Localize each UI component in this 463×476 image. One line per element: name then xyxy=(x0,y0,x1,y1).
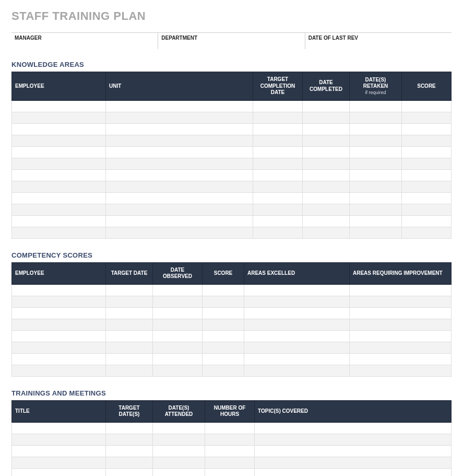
knowledge-th-unit: UNIT xyxy=(106,72,253,101)
competency-table: EMPLOYEE TARGET DATE DATE OBSERVED SCORE… xyxy=(11,262,452,377)
table-cell xyxy=(203,307,244,319)
table-cell xyxy=(12,445,106,457)
competency-th-excelled: AREAS EXCELLED xyxy=(244,262,350,284)
table-cell xyxy=(303,100,350,112)
table-cell xyxy=(303,123,350,135)
table-cell xyxy=(106,284,153,296)
table-row xyxy=(12,422,452,434)
knowledge-th-target: TARGET COMPLETION DATE xyxy=(253,72,303,101)
table-cell xyxy=(203,330,244,342)
table-cell xyxy=(12,319,106,330)
table-cell xyxy=(303,112,350,123)
table-cell xyxy=(12,100,106,112)
table-cell xyxy=(153,342,203,353)
table-cell xyxy=(153,445,205,457)
table-cell xyxy=(12,158,106,169)
table-cell xyxy=(350,192,402,204)
table-cell xyxy=(303,192,350,204)
table-cell xyxy=(153,457,205,468)
table-cell xyxy=(106,330,153,342)
table-cell xyxy=(205,457,255,468)
table-cell xyxy=(203,284,244,296)
table-cell xyxy=(253,181,303,192)
table-row xyxy=(12,192,452,204)
table-cell xyxy=(12,307,106,319)
trainings-th-targetdates: TARGET DATE(S) xyxy=(106,400,153,422)
table-cell xyxy=(350,123,402,135)
table-row xyxy=(12,100,452,112)
table-row xyxy=(12,296,452,307)
table-cell xyxy=(12,353,106,365)
table-row xyxy=(12,434,452,445)
table-cell xyxy=(402,227,452,238)
meta-manager-label: MANAGER xyxy=(15,35,155,41)
table-cell xyxy=(106,215,253,227)
table-cell xyxy=(106,468,153,476)
table-cell xyxy=(402,112,452,123)
table-cell xyxy=(12,422,106,434)
table-cell xyxy=(205,445,255,457)
table-cell xyxy=(402,123,452,135)
table-cell xyxy=(205,468,255,476)
meta-department-label: DEPARTMENT xyxy=(161,35,301,41)
table-cell xyxy=(203,353,244,365)
table-cell xyxy=(255,434,452,445)
table-cell xyxy=(106,100,253,112)
table-cell xyxy=(303,181,350,192)
table-cell xyxy=(253,169,303,181)
knowledge-th-employee: EMPLOYEE xyxy=(12,72,106,101)
table-row xyxy=(12,307,452,319)
table-cell xyxy=(244,307,350,319)
section-title-knowledge: KNOWLEDGE AREAS xyxy=(11,61,452,68)
table-cell xyxy=(12,181,106,192)
table-cell xyxy=(253,112,303,123)
table-cell xyxy=(253,135,303,146)
table-cell xyxy=(244,330,350,342)
table-cell xyxy=(402,215,452,227)
table-cell xyxy=(205,422,255,434)
knowledge-th-score: SCORE xyxy=(402,72,452,101)
table-cell xyxy=(350,100,402,112)
table-cell xyxy=(350,296,452,307)
table-cell xyxy=(350,284,452,296)
table-cell xyxy=(106,434,153,445)
competency-th-target: TARGET DATE xyxy=(106,262,153,284)
table-cell xyxy=(402,146,452,158)
trainings-th-hours: NUMBER OF HOURS xyxy=(205,400,255,422)
table-cell xyxy=(350,330,452,342)
table-cell xyxy=(153,307,203,319)
table-row xyxy=(12,215,452,227)
table-cell xyxy=(350,342,452,353)
table-cell xyxy=(203,342,244,353)
meta-last-rev: DATE OF LAST REV xyxy=(305,32,452,49)
table-cell xyxy=(402,181,452,192)
meta-manager: MANAGER xyxy=(11,32,158,49)
table-cell xyxy=(255,422,452,434)
trainings-table: TITLE TARGET DATE(S) DATE(S) ATTENDED NU… xyxy=(11,400,452,477)
table-cell xyxy=(12,284,106,296)
table-cell xyxy=(244,342,350,353)
table-cell xyxy=(12,457,106,468)
knowledge-th-retaken-sub: if required xyxy=(353,90,398,96)
table-row xyxy=(12,158,452,169)
table-cell xyxy=(350,307,452,319)
table-cell xyxy=(402,135,452,146)
table-cell xyxy=(153,330,203,342)
trainings-th-topics: TOPIC(S) COVERED xyxy=(255,400,452,422)
trainings-tbody xyxy=(12,422,452,476)
table-cell xyxy=(253,227,303,238)
table-cell xyxy=(350,181,402,192)
competency-th-observed: DATE OBSERVED xyxy=(153,262,203,284)
table-cell xyxy=(350,158,402,169)
competency-tbody xyxy=(12,284,452,376)
table-cell xyxy=(106,227,253,238)
table-cell xyxy=(244,365,350,376)
table-row xyxy=(12,181,452,192)
table-cell xyxy=(153,422,205,434)
table-cell xyxy=(244,353,350,365)
competency-th-score: SCORE xyxy=(203,262,244,284)
table-cell xyxy=(12,146,106,158)
page-title: STAFF TRAINING PLAN xyxy=(11,9,452,23)
table-row xyxy=(12,204,452,215)
table-row xyxy=(12,169,452,181)
